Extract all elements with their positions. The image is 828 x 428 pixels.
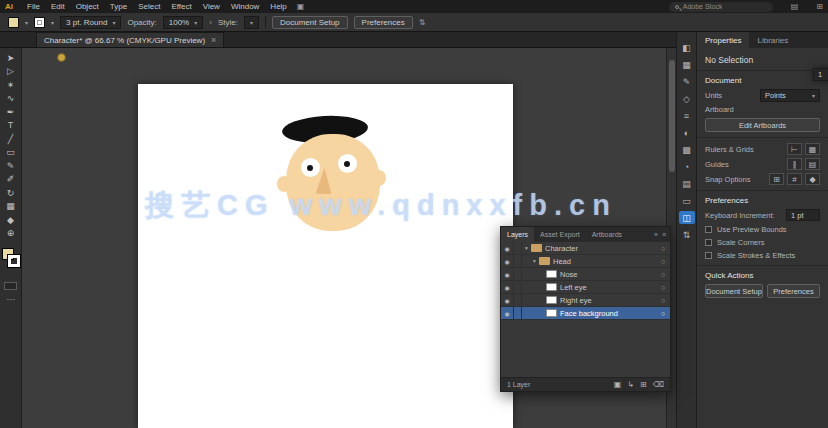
visibility-eye-icon[interactable]: ◉	[501, 281, 514, 293]
layer-name[interactable]: Right eye	[560, 296, 656, 305]
eyedropper-tool-icon[interactable]: ◆	[0, 213, 22, 227]
opacity-select[interactable]: 100% ▾	[163, 16, 203, 29]
snap-to-grid-icon[interactable]: ⊞	[769, 173, 784, 185]
lock-column[interactable]	[514, 307, 522, 319]
menu-item[interactable]: Type	[110, 2, 127, 11]
selection-tool-icon[interactable]: ➤	[0, 51, 22, 65]
disclosure-icon[interactable]: ▾	[530, 258, 539, 264]
quick-document-setup-button[interactable]: Document Setup	[705, 284, 763, 298]
make-clipping-mask-icon[interactable]: ▣	[614, 380, 622, 389]
quick-preferences-button[interactable]: Preferences	[767, 284, 820, 298]
brushes-panel-icon[interactable]: ✎	[679, 75, 695, 88]
edit-toolbar-icon[interactable]: ⋯	[7, 295, 15, 304]
asset-export-panel-icon[interactable]: ⇅	[679, 228, 695, 241]
paintbrush-tool-icon[interactable]: ✎	[0, 159, 22, 173]
disclosure-icon[interactable]: ▾	[522, 245, 531, 251]
checkbox[interactable]	[705, 239, 712, 246]
layer-name[interactable]: Nose	[560, 270, 656, 279]
preference-checkbox-row[interactable]: Scale Corners	[705, 238, 820, 247]
appearance-panel-icon[interactable]: ◔	[679, 160, 695, 173]
layer-name[interactable]: Left eye	[560, 283, 656, 292]
color-panel-icon[interactable]: ◧	[679, 41, 695, 54]
direct-selection-tool-icon[interactable]: ▷	[0, 65, 22, 79]
draw-mode-button[interactable]	[4, 282, 17, 290]
arrange-documents-icon[interactable]: ▣	[297, 2, 305, 11]
visibility-eye-icon[interactable]: ◉	[501, 307, 514, 319]
new-sublayer-icon[interactable]: ↳	[627, 380, 634, 389]
scrollbar-thumb[interactable]	[669, 60, 675, 172]
magic-wand-tool-icon[interactable]: ✶	[0, 78, 22, 92]
app-grid-icon[interactable]: ⊞	[816, 2, 823, 11]
menu-item[interactable]: Help	[270, 2, 286, 11]
menu-item[interactable]: Edit	[51, 2, 65, 11]
preference-checkbox-row[interactable]: Scale Strokes & Effects	[705, 251, 820, 260]
artboard-select[interactable]: 1 ▾	[813, 68, 828, 81]
zoom-tool-icon[interactable]: ⊕	[0, 227, 22, 241]
new-layer-icon[interactable]: ⊞	[640, 380, 647, 389]
more-options-chevron-icon[interactable]: ›	[209, 18, 212, 27]
close-icon[interactable]: ×	[211, 35, 216, 45]
lasso-tool-icon[interactable]: ∿	[0, 92, 22, 106]
stock-search-field[interactable]: Adobe Stock	[669, 2, 773, 12]
units-select[interactable]: Points ▾	[760, 89, 820, 102]
visibility-eye-icon[interactable]: ◉	[501, 242, 514, 254]
target-circle-icon[interactable]: ○	[656, 310, 670, 317]
character-left-eye-shape[interactable]	[301, 158, 320, 177]
checkbox[interactable]	[705, 226, 712, 233]
layer-row[interactable]: ◉ Right eye ○	[501, 294, 670, 307]
tab-asset-export[interactable]: Asset Export	[534, 227, 586, 242]
lock-column[interactable]	[514, 255, 522, 267]
keyboard-increment-field[interactable]: 1 pt	[786, 209, 820, 221]
delete-layer-icon[interactable]: ⌫	[653, 380, 664, 389]
tab-properties[interactable]: Properties	[697, 32, 749, 48]
target-circle-icon[interactable]: ○	[656, 245, 670, 252]
layer-name[interactable]: Head	[553, 257, 656, 266]
visibility-eye-icon[interactable]: ◉	[501, 255, 514, 267]
menu-item[interactable]: Effect	[171, 2, 191, 11]
menu-item[interactable]: Window	[231, 2, 259, 11]
fill-caret-icon[interactable]: ▾	[25, 19, 28, 26]
tab-layers[interactable]: Layers	[501, 227, 534, 242]
layers-panel-icon[interactable]: ◫	[679, 211, 695, 224]
tab-artboards[interactable]: Artboards	[586, 227, 628, 242]
swatches-panel-icon[interactable]: ▦	[679, 58, 695, 71]
align-options-icon[interactable]: ⇅	[419, 18, 426, 27]
pencil-tool-icon[interactable]: ✐	[0, 173, 22, 187]
document-tab[interactable]: Character* @ 66.67 % (CMYK/GPU Preview) …	[36, 32, 224, 47]
document-setup-button[interactable]: Document Setup	[272, 16, 348, 29]
lock-column[interactable]	[514, 294, 522, 306]
toolbar-stroke-swatch[interactable]	[8, 255, 20, 267]
layer-name[interactable]: Face background	[560, 309, 656, 318]
lock-column[interactable]	[514, 268, 522, 280]
show-grid-icon[interactable]: ▦	[805, 143, 820, 155]
visibility-eye-icon[interactable]: ◉	[501, 294, 514, 306]
workspace-switcher-icon[interactable]: ▤	[791, 2, 799, 11]
stroke-color-swatch[interactable]	[34, 17, 45, 28]
lock-column[interactable]	[514, 281, 522, 293]
layer-row[interactable]: ◉ Nose ○	[501, 268, 670, 281]
type-tool-icon[interactable]: T	[0, 119, 22, 133]
menu-item[interactable]: Object	[76, 2, 99, 11]
edit-artboards-button[interactable]: Edit Artboards	[705, 118, 820, 132]
snap-to-point-icon[interactable]: ◆	[805, 173, 820, 185]
snap-to-pixel-icon[interactable]: #	[787, 173, 802, 185]
character-right-eye-shape[interactable]	[338, 154, 357, 173]
target-circle-icon[interactable]: ○	[656, 297, 670, 304]
show-guides-icon[interactable]: ∥	[787, 158, 802, 170]
panel-menu-icon[interactable]: ≡	[662, 231, 666, 238]
brush-definition-select[interactable]: 3 pt. Round ▾	[60, 16, 121, 29]
stroke-caret-icon[interactable]: ▾	[51, 19, 54, 26]
layer-row-selected[interactable]: ◉ Face background ○	[501, 307, 670, 320]
gradient-panel-icon[interactable]: ◐	[679, 126, 695, 139]
graphic-styles-panel-icon[interactable]: ▤	[679, 177, 695, 190]
target-circle-icon[interactable]: ○	[656, 284, 670, 291]
stroke-panel-icon[interactable]: ≡	[679, 109, 695, 122]
menu-item[interactable]: File	[27, 2, 40, 11]
target-circle-icon[interactable]: ○	[656, 258, 670, 265]
show-rulers-icon[interactable]: ⊢	[787, 143, 802, 155]
symbols-panel-icon[interactable]: ◇	[679, 92, 695, 105]
target-circle-icon[interactable]: ○	[656, 271, 670, 278]
artboards-panel-icon[interactable]: ▭	[679, 194, 695, 207]
lock-guides-icon[interactable]: ▤	[805, 158, 820, 170]
preference-checkbox-row[interactable]: Use Preview Bounds	[705, 225, 820, 234]
